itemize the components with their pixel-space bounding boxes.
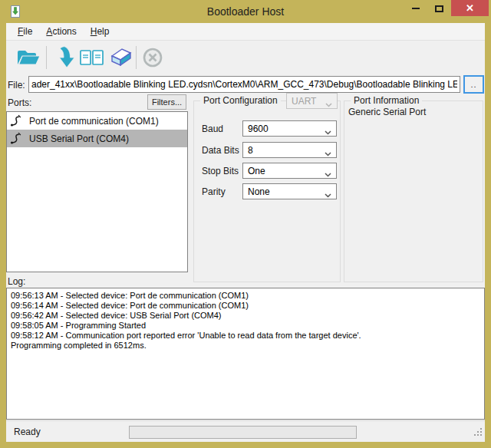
port-list-item-selected[interactable]: USB Serial Port (COM4) <box>7 130 187 147</box>
progress-bar <box>129 426 357 439</box>
log-line: 09:56:14 AM - Selected device: Port de c… <box>11 301 480 311</box>
open-file-icon <box>15 47 41 68</box>
close-icon: ✕ <box>466 3 474 13</box>
program-icon <box>54 46 75 69</box>
parity-label: Parity <box>202 186 226 197</box>
menu-actions[interactable]: Actions <box>39 24 83 39</box>
serial-port-icon <box>9 114 22 127</box>
port-name: USB Serial Port (COM4) <box>29 133 129 144</box>
baud-value: 9600 <box>248 124 269 134</box>
abort-button[interactable] <box>140 44 165 71</box>
port-list-item[interactable]: Port de communication (COM1) <box>7 112 187 130</box>
log-line: 09:56:42 AM - Selected device: USB Seria… <box>11 311 480 321</box>
protocol-value: UART <box>292 96 316 107</box>
serial-port-icon <box>9 132 22 145</box>
menu-bar: File Actions Help <box>6 23 485 41</box>
verify-icon <box>79 47 105 68</box>
file-path-input[interactable] <box>28 76 460 93</box>
ports-list: Port de communication (COM1) USB Serial … <box>6 111 188 272</box>
log-line: 09:58:05 AM - Programming Started <box>11 321 480 331</box>
log-line: 09:58:12 AM - Communication port reporte… <box>11 331 480 341</box>
menu-help[interactable]: Help <box>84 24 117 39</box>
toolbar-separator <box>46 46 47 69</box>
chevron-down-icon <box>325 189 331 200</box>
menu-file[interactable]: File <box>11 24 39 39</box>
data-bits-value: 8 <box>248 145 253 156</box>
parity-select[interactable]: None <box>242 183 337 199</box>
protocol-select[interactable]: UART <box>286 93 338 109</box>
stop-bits-label: Stop Bits <box>202 166 239 176</box>
resize-grip-icon[interactable] <box>474 426 483 440</box>
browse-button[interactable]: .. <box>463 75 484 94</box>
titlebar: Bootloader Host ✕ <box>0 0 491 23</box>
data-bits-label: Data Bits <box>202 145 239 156</box>
toolbar-separator <box>136 46 137 69</box>
port-information-title: Port Information <box>351 95 422 106</box>
port-information-group: Port Information Generic Serial Port <box>344 100 483 282</box>
file-label: File: <box>8 80 25 91</box>
port-information-text: Generic Serial Port <box>348 107 426 117</box>
toolbar <box>6 41 485 74</box>
close-button[interactable]: ✕ <box>451 0 489 16</box>
ports-label: Ports: <box>8 97 31 108</box>
port-configuration-group: Port Configuration UART Baud 9600 Data B… <box>193 100 341 282</box>
parity-value: None <box>248 186 270 197</box>
log-line: 09:56:13 AM - Selected device: Port de c… <box>11 291 480 301</box>
chevron-down-icon <box>325 148 331 159</box>
chevron-down-icon <box>325 169 331 180</box>
minimize-icon <box>412 8 420 9</box>
bootloader-host-window: Bootloader Host ✕ File Actions Help <box>0 0 491 448</box>
baud-select[interactable]: 9600 <box>242 120 337 137</box>
maximize-button[interactable] <box>428 0 450 17</box>
filters-button[interactable]: Filters... <box>147 94 186 110</box>
log-output[interactable]: 09:56:13 AM - Selected device: Port de c… <box>6 288 485 420</box>
log-line: Programming completed in 6512ms. <box>11 341 480 351</box>
status-text: Ready <box>14 427 41 437</box>
chevron-down-icon <box>325 127 331 137</box>
stop-bits-value: One <box>248 166 265 176</box>
open-file-button[interactable] <box>14 44 43 71</box>
program-button[interactable] <box>52 44 77 71</box>
stop-bits-select[interactable]: One <box>242 163 337 179</box>
baud-label: Baud <box>202 124 223 134</box>
erase-icon <box>105 47 133 68</box>
chevron-down-icon <box>325 99 332 110</box>
data-bits-select[interactable]: 8 <box>242 142 337 158</box>
erase-button[interactable] <box>104 44 134 71</box>
minimize-button[interactable] <box>405 0 427 17</box>
maximize-icon <box>435 5 443 12</box>
log-label: Log: <box>8 276 25 287</box>
status-bar: Ready <box>6 420 485 442</box>
abort-icon <box>142 47 163 68</box>
verify-button[interactable] <box>77 44 107 71</box>
port-configuration-title: Port Configuration <box>200 95 281 106</box>
client-area: File Actions Help <box>6 23 485 442</box>
port-name: Port de communication (COM1) <box>29 116 159 127</box>
